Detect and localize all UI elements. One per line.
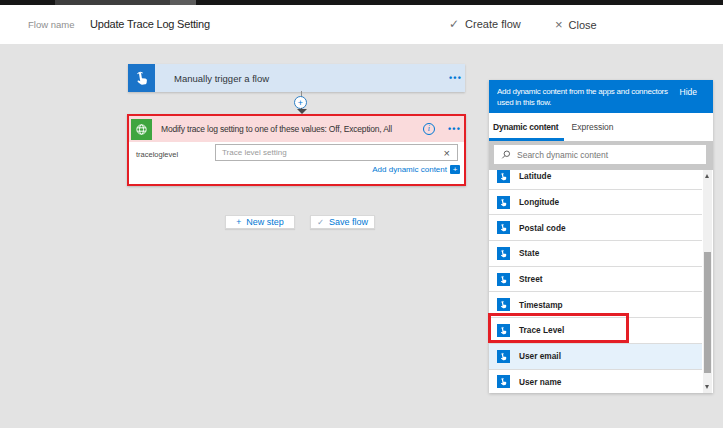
trigger-card-menu-icon[interactable]: ••• [449,73,465,83]
list-item-label: Longitude [519,197,559,207]
input-placeholder: Trace level setting [216,148,444,157]
list-scrollbar[interactable] [703,170,712,393]
add-dynamic-content-link[interactable]: Add dynamic content [372,165,447,174]
dynamic-field-icon [497,247,510,260]
list-item-label: Timestamp [519,300,563,310]
list-item-label: Latitude [519,171,551,181]
panel-tabs: Dynamic content Expression [489,113,713,141]
dynamic-content-list: Latitude Longitude Postal code State Str… [489,170,713,393]
dynamic-content-panel: Add dynamic content from the apps and co… [489,80,713,393]
trigger-card-title: Manually trigger a flow [174,73,449,84]
save-flow-button[interactable]: ✓ Save flow [310,215,375,229]
create-flow-button[interactable]: ✓Create flow [449,5,521,44]
field-label-traceloglevel: traceloglevel [136,144,215,159]
add-dynamic-content-plus-icon[interactable]: + [450,165,460,174]
close-icon: × [555,17,563,32]
scroll-up-icon[interactable] [705,174,709,178]
list-item[interactable]: Latitude [489,170,702,190]
flow-editor-header: Flow name Update Trace Log Setting ✓Crea… [0,5,723,44]
action-card-menu-icon[interactable]: ••• [448,124,464,134]
dynamic-field-icon [497,350,510,363]
manual-trigger-icon [128,64,155,92]
tab-dynamic-content[interactable]: Dynamic content [489,113,564,141]
clear-input-icon[interactable]: × [444,147,457,159]
check-icon: ✓ [449,17,459,31]
list-item[interactable]: Longitude [489,190,702,216]
list-item[interactable]: User name [489,370,702,394]
dynamic-field-icon [497,196,510,209]
action-card-title: Modify trace log setting to one of these… [161,124,423,134]
new-step-button[interactable]: + New step [225,215,295,229]
scroll-down-icon[interactable] [705,385,709,389]
trigger-card[interactable]: Manually trigger a flow ••• [128,64,465,92]
tab-expression[interactable]: Expression [568,113,618,141]
list-item[interactable]: State [489,241,702,267]
action-card-modify-trace-log[interactable]: Modify trace log setting to one of these… [127,114,466,186]
search-icon [501,150,511,160]
dynamic-field-icon [497,298,510,311]
trace-level-annotation-box [488,313,629,343]
search-strip: Search dynamic content [489,141,713,170]
close-button[interactable]: ×Close [555,5,597,44]
dynamic-field-icon [497,273,510,286]
scrollbar-thumb[interactable] [704,252,711,373]
connector-globe-icon [131,119,152,140]
list-item-label: User name [519,377,561,387]
action-card-header[interactable]: Modify trace log setting to one of these… [129,116,464,142]
list-item[interactable]: Street [489,267,702,293]
list-item-label: Street [519,274,543,284]
list-item-label: User email [519,351,561,361]
action-card-body: traceloglevel Trace level setting × Add … [129,142,464,174]
list-item[interactable]: Postal code [489,215,702,241]
flow-title[interactable]: Update Trace Log Setting [90,5,210,44]
check-icon: ✓ [317,217,324,227]
list-item-label: State [519,248,539,258]
list-item-label: Postal code [519,223,566,233]
search-placeholder: Search dynamic content [517,150,608,160]
plus-icon: + [236,217,241,227]
dynamic-field-icon [497,375,510,388]
info-icon[interactable]: i [423,123,435,135]
hide-panel-button[interactable]: Hide [680,87,697,98]
list-item[interactable]: User email [489,344,702,370]
flow-designer-canvas: Manually trigger a flow ••• + Modify tra… [0,44,723,428]
panel-header-text: used in this flow. [497,97,713,108]
dynamic-content-panel-header: Add dynamic content from the apps and co… [489,80,713,113]
trace-level-input[interactable]: Trace level setting × [215,144,458,161]
dynamic-field-icon [497,221,510,234]
flow-name-label: Flow name [28,5,74,44]
search-dynamic-content-input[interactable]: Search dynamic content [494,145,706,164]
dynamic-field-icon [497,170,510,183]
